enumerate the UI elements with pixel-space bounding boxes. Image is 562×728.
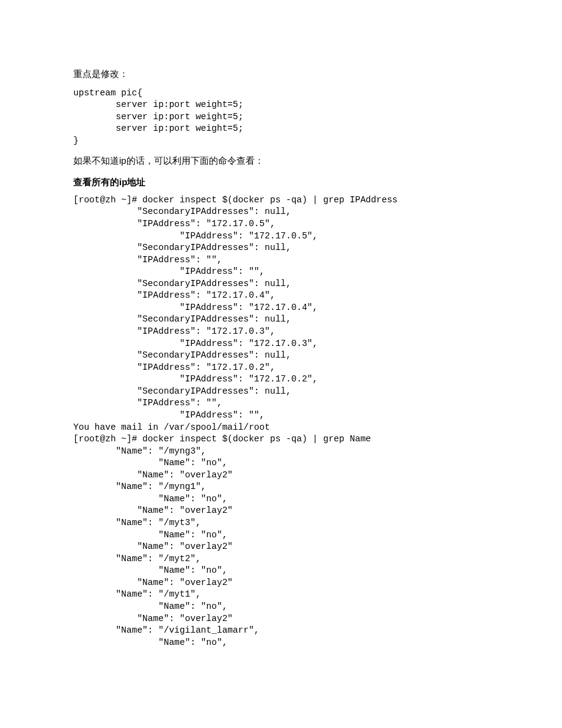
docker-inspect-output: [root@zh ~]# docker inspect $(docker ps …	[73, 194, 489, 649]
document-page: 重点是修改： upstream pic{ server ip:port weig…	[0, 0, 562, 693]
upstream-code-block: upstream pic{ server ip:port weight=5; s…	[73, 87, 489, 147]
explain-paragraph: 如果不知道ip的话，可以利用下面的命令查看：	[73, 154, 489, 168]
intro-paragraph: 重点是修改：	[73, 67, 489, 81]
section-heading-ip: 查看所有的ip地址	[73, 177, 489, 188]
